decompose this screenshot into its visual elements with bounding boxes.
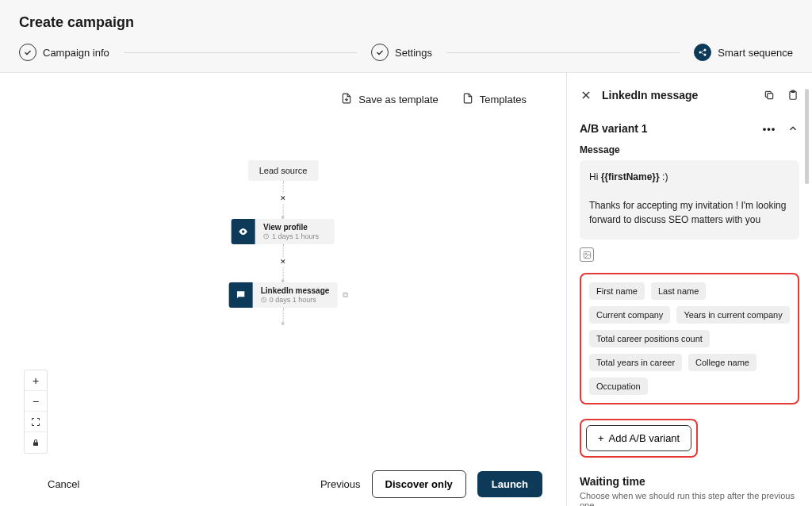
connector-dot xyxy=(282,322,285,325)
step-divider xyxy=(124,52,357,53)
copy-small-icon[interactable]: ⧉ xyxy=(343,290,348,300)
lock-button[interactable] xyxy=(25,432,47,453)
sequence-icon xyxy=(694,44,711,61)
chip-total-years-career[interactable]: Total years in career xyxy=(589,354,682,371)
add-ab-variant-label: Add A/B variant xyxy=(609,432,680,444)
variable-chips: First name Last name Current company Yea… xyxy=(589,282,790,395)
scrollbar[interactable] xyxy=(805,89,809,184)
chip-last-name[interactable]: Last name xyxy=(651,282,706,300)
step-divider xyxy=(446,52,680,53)
flow-canvas[interactable]: Lead source ✕ View profile 1 days 1 hour… xyxy=(229,160,338,325)
copy-icon[interactable] xyxy=(763,89,776,102)
document-icon xyxy=(462,92,473,107)
svg-rect-11 xyxy=(768,94,773,99)
message-textarea[interactable]: Hi {{firstName}} :) Thanks for accepting… xyxy=(580,160,799,240)
svg-point-1 xyxy=(704,49,707,52)
chip-college-name[interactable]: College name xyxy=(688,354,756,371)
side-panel: LinkedIn message A/B variant 1 ••• Messa… xyxy=(566,73,812,506)
message-label: Message xyxy=(580,144,799,155)
step-label: Smart sequence xyxy=(718,47,793,59)
variant-header: A/B variant 1 ••• xyxy=(580,122,799,135)
footer-right: Previous Discover only Launch xyxy=(320,470,542,498)
svg-line-3 xyxy=(702,51,704,52)
fit-screen-button[interactable] xyxy=(25,412,47,432)
canvas-toolbar: Save as template Templates xyxy=(0,73,566,107)
more-icon[interactable]: ••• xyxy=(763,122,776,135)
plus-icon: + xyxy=(598,432,604,444)
page-title: Create campaign xyxy=(19,14,793,31)
add-variant-highlight: + Add A/B variant xyxy=(580,419,698,458)
zoom-controls: + − xyxy=(24,370,48,454)
node-body: LinkedIn message 0 days 1 hours xyxy=(253,282,338,308)
step-smart-sequence[interactable]: Smart sequence xyxy=(694,44,793,61)
svg-rect-8 xyxy=(33,443,38,447)
clipboard-icon[interactable] xyxy=(787,89,799,102)
check-icon xyxy=(371,44,389,61)
add-ab-variant-button[interactable]: + Add A/B variant xyxy=(586,425,691,451)
svg-point-0 xyxy=(699,52,702,54)
image-icon[interactable] xyxy=(580,247,594,262)
waiting-time-sub: Choose when we should run this step afte… xyxy=(580,491,799,506)
templates-label: Templates xyxy=(480,94,527,105)
main: Save as template Templates Lead source ✕ xyxy=(0,73,812,506)
svg-line-4 xyxy=(702,53,704,55)
save-template-button[interactable]: Save as template xyxy=(341,92,438,107)
node-linkedin-message[interactable]: LinkedIn message 0 days 1 hours ⧉ xyxy=(229,282,338,308)
previous-button[interactable]: Previous xyxy=(320,478,361,490)
document-save-icon xyxy=(341,92,352,107)
node-subtitle: 0 days 1 hours xyxy=(261,296,330,304)
chip-current-company[interactable]: Current company xyxy=(589,306,670,324)
cancel-button[interactable]: Cancel xyxy=(48,478,79,490)
node-title: LinkedIn message xyxy=(261,286,330,295)
launch-button[interactable]: Launch xyxy=(477,471,542,497)
step-campaign-info[interactable]: Campaign info xyxy=(19,44,109,61)
svg-point-15 xyxy=(585,253,587,255)
footer: Cancel Previous Discover only Launch xyxy=(0,459,566,506)
discover-only-button[interactable]: Discover only xyxy=(372,470,466,498)
step-label: Campaign info xyxy=(43,47,109,59)
step-label: Settings xyxy=(395,47,432,59)
check-icon xyxy=(19,44,36,61)
attach-image-row xyxy=(580,247,799,262)
templates-button[interactable]: Templates xyxy=(462,92,527,107)
node-body: View profile 1 days 1 hours xyxy=(255,219,335,244)
panel-title: LinkedIn message xyxy=(602,89,753,102)
node-title: View profile xyxy=(263,223,327,232)
header: Create campaign Campaign info Settings S… xyxy=(0,0,812,73)
chevron-up-icon[interactable] xyxy=(787,122,799,135)
chip-first-name[interactable]: First name xyxy=(589,282,645,300)
zoom-out-button[interactable]: − xyxy=(25,391,47,412)
svg-point-2 xyxy=(704,54,707,56)
canvas-area: Save as template Templates Lead source ✕ xyxy=(0,73,566,506)
variable-chips-highlight: First name Last name Current company Yea… xyxy=(580,273,799,404)
step-settings[interactable]: Settings xyxy=(371,44,432,61)
node-view-profile[interactable]: View profile 1 days 1 hours xyxy=(232,219,335,244)
panel-header: LinkedIn message xyxy=(580,89,799,102)
save-template-label: Save as template xyxy=(358,94,438,105)
chip-occupation[interactable]: Occupation xyxy=(589,378,648,395)
chat-icon xyxy=(229,282,253,308)
remove-connector-icon[interactable]: ✕ xyxy=(278,194,288,203)
node-subtitle: 1 days 1 hours xyxy=(263,232,327,240)
flow-connector xyxy=(282,201,283,216)
remove-connector-icon[interactable]: ✕ xyxy=(278,257,288,266)
close-icon[interactable] xyxy=(580,89,592,102)
flow-connector xyxy=(282,308,283,322)
eye-icon xyxy=(232,219,255,244)
zoom-in-button[interactable]: + xyxy=(25,370,47,391)
node-lead-source[interactable]: Lead source xyxy=(248,160,319,181)
steps-bar: Campaign info Settings Smart sequence xyxy=(19,44,793,72)
flow-connector xyxy=(282,265,283,279)
variant-title: A/B variant 1 xyxy=(580,122,648,135)
chip-years-current-company[interactable]: Years in current company xyxy=(676,306,789,324)
chip-total-positions[interactable]: Total career positions count xyxy=(589,330,710,347)
waiting-time-title: Waiting time xyxy=(580,475,799,488)
